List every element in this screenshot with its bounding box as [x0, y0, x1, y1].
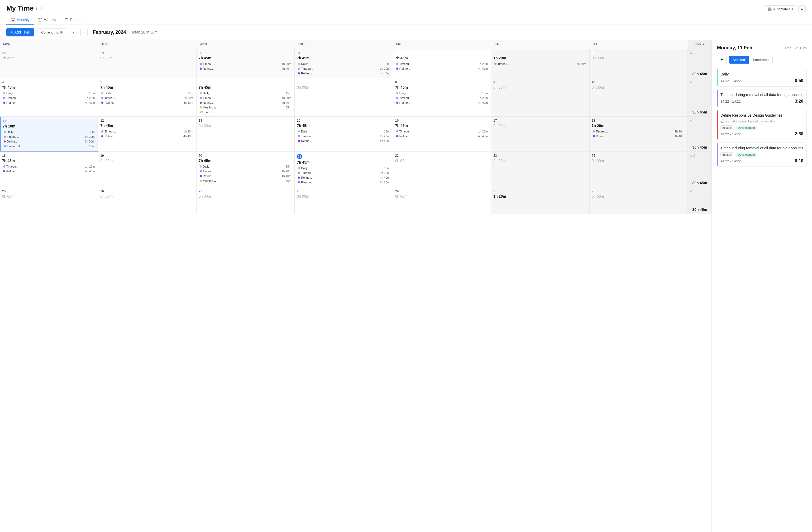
event-item[interactable]: Daily15m — [199, 164, 292, 169]
event-item[interactable]: Daily15m — [100, 91, 194, 95]
event-item[interactable]: Timeou...1h 20m — [395, 62, 489, 66]
event-item[interactable]: Timeou...3h 20m — [3, 134, 96, 139]
event-item[interactable]: Refine...4h 40m — [297, 139, 390, 143]
cell-3-feb[interactable]: 3 0h 00m — [590, 49, 688, 78]
cell-26-feb[interactable]: 26 0h 00m — [98, 187, 196, 214]
cell-6-feb[interactable]: 6 7h 45m Daily15m Timeou...1h 20m Refine… — [197, 78, 295, 116]
cell-20-feb[interactable]: 20 7h 45m Daily15m Timeou...1h 20m Refin… — [197, 152, 295, 187]
event-item[interactable]: Timeou...1h 20m — [100, 129, 194, 133]
event-item[interactable]: Daily50m — [3, 130, 96, 134]
cell-8-feb[interactable]: 8 7h 45m Daily15m Timeou...1h 20m Refine… — [393, 78, 491, 116]
event-item[interactable]: Refine...4h 40m — [395, 67, 489, 71]
event-item[interactable]: Timeou...1h 20m — [199, 62, 292, 66]
cell-7-feb[interactable]: 7 0h 00m — [295, 78, 393, 116]
cell-11-feb[interactable]: 11 7h 10m Daily50m Timeou...3h 20m Defin… — [0, 117, 98, 152]
event-item[interactable]: Timeou...1h 20m — [297, 67, 390, 71]
event-item[interactable]: Refine...4h 40m — [100, 101, 194, 105]
time-entry-timeout[interactable]: Timeout during removal of all data for b… — [717, 89, 807, 107]
cell-15-feb[interactable]: 15 7h 45m Daily15m Timeou...1h 20m Refin… — [295, 117, 393, 152]
event-item[interactable]: Timeou...1h 20m — [493, 62, 587, 66]
more-events[interactable]: +3 more — [199, 110, 292, 114]
event-item[interactable]: Timeou...1h 20m — [395, 129, 489, 133]
event-item[interactable]: Define...2h 50m — [3, 139, 96, 144]
automate-button[interactable]: 🤖 Automate / 3 — [764, 5, 796, 13]
event-item[interactable]: Daily15m — [199, 91, 292, 95]
cell-28-jan[interactable]: 28 7h 45m — [0, 49, 98, 78]
cell-1-mar[interactable]: 1 1h 20m — [491, 187, 589, 214]
current-month-button[interactable]: Current month — [37, 28, 67, 37]
event-item[interactable]: Planning1h 20m — [297, 180, 390, 185]
star-icon[interactable]: ☆ — [40, 6, 43, 11]
cell-21-feb[interactable]: 21 7h 45m Daily15m Timeou...1h 20m Refin… — [295, 152, 393, 187]
tab-weekly[interactable]: 📅 Weekly — [34, 16, 60, 25]
event-item[interactable]: Meeting w...35m — [199, 179, 292, 183]
event-item[interactable]: Refine...4h 40m — [2, 101, 96, 105]
cell-25-feb[interactable]: 25 0h 00m — [0, 187, 98, 214]
cell-18-feb[interactable]: 18 7h 45m Timeou...1h 20m Refine...4h 40… — [0, 152, 98, 187]
event-item[interactable]: Daily15m — [2, 91, 96, 95]
cell-16-feb[interactable]: 16 7h 45m Timeou...1h 20m Refine...4h 40… — [393, 117, 491, 152]
event-item[interactable]: Timeou...1h 20m — [592, 129, 685, 133]
cell-2-mar[interactable]: 2 0h 00m — [590, 187, 688, 214]
cell-4-feb[interactable]: 4 7h 45m Daily15m Timeou...1h 20m Refine… — [0, 78, 98, 116]
cell-31-jan[interactable]: 31 7h 45m Daily15m Timeou...1h 20m Refin… — [295, 49, 393, 78]
event-item[interactable]: Meeting w...35m — [199, 105, 292, 110]
cell-28-feb[interactable]: 28 0h 00m — [295, 187, 393, 214]
event-item[interactable]: Refine...4h 40m — [395, 134, 489, 138]
day-num: 4 — [2, 81, 96, 84]
tab-timesheet[interactable]: ☰ Timesheet — [60, 16, 91, 25]
view-timeframe-button[interactable]: Timeframe — [749, 56, 772, 63]
event-item[interactable]: Timeou...1h 20m — [199, 169, 292, 173]
event-item[interactable]: Daily15m — [395, 91, 489, 95]
next-month-button[interactable]: › — [81, 28, 88, 37]
event-item[interactable]: Timeou...1h 20m — [2, 164, 96, 169]
cell-19-feb[interactable]: 19 0h 00m — [98, 152, 196, 187]
time-entry-define[interactable]: Define Responsive Design Guidelines 💬 a … — [717, 110, 807, 140]
add-time-button[interactable]: + Add Time — [6, 28, 34, 37]
cell-13-feb[interactable]: 13 0h 00m — [197, 117, 295, 152]
cell-10-feb[interactable]: 10 0h 00m — [590, 78, 688, 116]
time-entry-daily[interactable]: Daily 14:22 - 14:22 0:50 — [717, 69, 807, 87]
event-item[interactable]: Timeou...1h 20m — [395, 96, 489, 100]
tab-monthly[interactable]: 📅 Monthly — [6, 16, 34, 25]
event-item[interactable]: Timeou...1h 20m — [297, 171, 390, 175]
event-item[interactable]: Timeou...1h 20m — [2, 96, 96, 100]
cell-30-jan[interactable]: 30 7h 45m Timeou...1h 20m Refine...4h 40… — [197, 49, 295, 78]
event-item[interactable]: Timeou...1h 20m — [100, 96, 194, 100]
event-item[interactable]: Refine...4h 40m — [2, 169, 96, 173]
cell-17-feb[interactable]: 17 0h 00m — [491, 117, 589, 152]
event-item[interactable]: Refine...4h 40m — [395, 101, 489, 105]
cell-29-feb[interactable]: 29 0h 00m — [393, 187, 491, 214]
view-stacked-button[interactable]: Stacked — [729, 56, 749, 63]
collapse-button[interactable]: ∧ — [798, 5, 806, 13]
cell-24-feb[interactable]: 24 0h 00m — [590, 152, 688, 187]
event-item[interactable]: Daily15m — [297, 62, 390, 66]
panel-add-button[interactable]: + — [717, 55, 726, 64]
event-item[interactable]: Daily15m — [297, 129, 390, 133]
event-item[interactable]: Refine...4h 40m — [199, 101, 292, 105]
event-item[interactable]: Refine...4h 40m — [297, 71, 390, 75]
event-item[interactable]: Refine...4h 40m — [297, 175, 390, 180]
prev-month-button[interactable]: ‹ — [70, 28, 77, 37]
event-item[interactable]: Refine...4h 40m — [199, 174, 292, 178]
entry-time-range: 14:22 - 14:22 — [721, 100, 741, 103]
event-item[interactable]: Refine...4h 40m — [199, 67, 292, 71]
info-icon[interactable]: ℹ — [36, 6, 38, 11]
cell-29-jan[interactable]: 29 0h 00m — [98, 49, 196, 78]
cell-5-feb[interactable]: 5 7h 45m Daily15m Timeou...1h 20m Refine… — [98, 78, 196, 116]
cell-2-feb[interactable]: 2 1h 20m Timeou...1h 20m — [491, 49, 589, 78]
event-item[interactable]: Timeou...1h 20m — [297, 134, 390, 138]
event-item[interactable]: Refine...4h 40m — [592, 134, 685, 138]
event-item[interactable]: Timeout d...10m — [3, 144, 96, 148]
cell-18a-feb[interactable]: 18 1h 20m Timeou...1h 20m Refine...4h 40… — [590, 117, 688, 152]
cell-9-feb[interactable]: 9 0h 00m — [491, 78, 589, 116]
cell-23-feb[interactable]: 23 0h 00m — [491, 152, 589, 187]
event-item[interactable]: Timeou...1h 20m — [199, 96, 292, 100]
time-entry-timeout2[interactable]: Timeout during removal of all data for b… — [717, 143, 807, 167]
cell-1-feb[interactable]: 1 7h 45m Timeou...1h 20m Refine...4h 40m — [393, 49, 491, 78]
event-item[interactable]: Daily15m — [297, 166, 390, 170]
cell-27-feb[interactable]: 27 0h 00m — [197, 187, 295, 214]
cell-12-feb[interactable]: 12 7h 45m Timeou...1h 20m Refine...4h 40… — [98, 117, 196, 152]
event-item[interactable]: Refine...4h 40m — [100, 134, 194, 138]
cell-22-feb[interactable]: 22 0h 00m — [393, 152, 491, 187]
